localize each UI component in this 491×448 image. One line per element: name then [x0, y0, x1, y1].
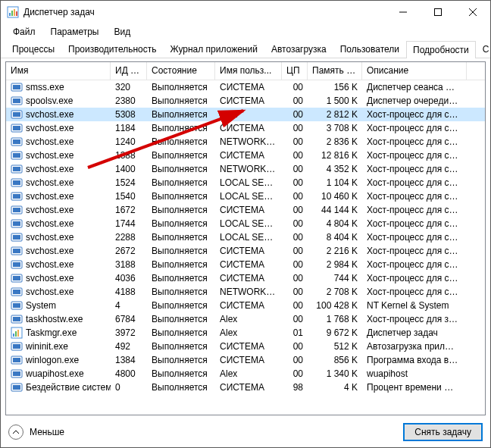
svg-rect-30: [13, 221, 20, 226]
process-icon: [11, 122, 23, 134]
menu-view[interactable]: Вид: [106, 25, 138, 39]
cell-cpu: 00: [282, 191, 308, 202]
cell-cpu: 00: [282, 246, 308, 256]
cell-user: Alex: [215, 368, 282, 379]
fewer-details-button[interactable]: Меньше: [8, 425, 64, 440]
cell-description: Хост-процесс для с…: [362, 259, 467, 270]
table-row[interactable]: wininit.exe492ВыполняетсяСИСТЕМА00512 KА…: [6, 340, 485, 353]
rows-container[interactable]: smss.exe320ВыполняетсяСИСТЕМА00156 KДисп…: [6, 80, 485, 415]
col-state[interactable]: Состояние: [147, 62, 215, 80]
table-row[interactable]: smss.exe320ВыполняетсяСИСТЕМА00156 KДисп…: [6, 80, 485, 94]
tab-processes[interactable]: Процессы: [5, 40, 61, 58]
process-icon: [11, 149, 23, 161]
col-cpu[interactable]: ЦП: [282, 62, 308, 80]
menu-options[interactable]: Параметры: [43, 25, 107, 39]
svg-rect-6: [435, 9, 442, 16]
app-icon: [7, 6, 19, 18]
process-icon: [11, 327, 23, 339]
table-row[interactable]: svchost.exe1184ВыполняетсяСИСТЕМА003 708…: [6, 121, 485, 135]
svg-rect-32: [13, 235, 20, 240]
process-icon: [11, 177, 23, 189]
menu-file[interactable]: Файл: [5, 25, 43, 39]
cell-state: Выполняется: [147, 96, 215, 106]
tab-services[interactable]: С…: [476, 40, 491, 58]
table-row[interactable]: svchost.exe1388ВыполняетсяСИСТЕМА0012 81…: [6, 149, 485, 162]
cell-cpu: 00: [282, 218, 308, 229]
table-row[interactable]: Бездействие системы0ВыполняетсяСИСТЕМА98…: [6, 381, 485, 394]
cell-name: svchost.exe: [6, 231, 111, 243]
table-row[interactable]: System4ВыполняетсяСИСТЕМА00100 428 KNT K…: [6, 299, 485, 312]
cell-user: СИСТЕМА: [215, 246, 282, 256]
cell-pid: 320: [111, 82, 147, 92]
table-row[interactable]: spoolsv.exe2380ВыполняетсяСИСТЕМА001 500…: [6, 94, 485, 108]
end-task-button[interactable]: Снять задачу: [403, 423, 483, 441]
tab-performance[interactable]: Производительность: [61, 40, 163, 58]
cell-memory: 1 768 K: [308, 314, 362, 324]
cell-user: NETWORK…: [215, 287, 282, 297]
cell-state: Выполняется: [147, 177, 215, 188]
table-row[interactable]: svchost.exe3188ВыполняетсяСИСТЕМА002 984…: [6, 258, 485, 271]
cell-state: Выполняется: [147, 341, 215, 352]
cell-cpu: 00: [282, 82, 308, 92]
col-user[interactable]: Имя польз...: [215, 62, 282, 80]
minimize-button[interactable]: [386, 1, 421, 23]
cell-memory: 1 104 K: [308, 177, 362, 188]
table-row[interactable]: svchost.exe4188ВыполняетсяNETWORK…002 70…: [6, 285, 485, 299]
svg-rect-48: [17, 330, 19, 337]
table-row[interactable]: svchost.exe4036ВыполняетсяСИСТЕМА00744 K…: [6, 271, 485, 285]
svg-rect-28: [13, 208, 20, 212]
column-headers: Имя ИД п... Состояние Имя польз... ЦП Па…: [6, 62, 485, 80]
cell-name: svchost.exe: [6, 177, 111, 189]
table-row[interactable]: taskhostw.exe6784ВыполняетсяAlex001 768 …: [6, 312, 485, 326]
process-icon: [11, 258, 23, 271]
table-row[interactable]: svchost.exe1540ВыполняетсяLOCAL SE…0010 …: [6, 190, 485, 203]
svg-rect-4: [16, 11, 17, 16]
cell-user: СИСТЕМА: [215, 300, 282, 311]
cell-cpu: 00: [282, 205, 308, 215]
process-icon: [11, 108, 23, 121]
cell-description: Хост-процесс для с…: [362, 287, 467, 297]
table-row[interactable]: svchost.exe1400ВыполняетсяNETWORK…004 35…: [6, 162, 485, 176]
cell-pid: 1240: [111, 136, 147, 147]
table-row[interactable]: svchost.exe5308ВыполняетсяAlex002 812 KХ…: [6, 108, 485, 121]
cell-description: Хост-процесс для с…: [362, 191, 467, 202]
table-row[interactable]: Taskmgr.exe3972ВыполняетсяAlex019 672 KД…: [6, 326, 485, 340]
table-row[interactable]: wuapihost.exe4800ВыполняетсяAlex001 340 …: [6, 367, 485, 381]
table-row[interactable]: svchost.exe1524ВыполняетсяLOCAL SE…001 1…: [6, 176, 485, 190]
col-memory[interactable]: Память (ч...: [308, 62, 362, 80]
cell-memory: 156 K: [308, 82, 362, 92]
cell-name: svchost.exe: [6, 272, 111, 284]
tab-app-history[interactable]: Журнал приложений: [164, 40, 264, 58]
col-description[interactable]: Описание: [362, 62, 467, 80]
col-name[interactable]: Имя: [6, 62, 111, 80]
tab-details[interactable]: Подробности: [406, 41, 476, 58]
cell-description: Диспетчер задач: [362, 327, 467, 338]
process-list: Имя ИД п... Состояние Имя польз... ЦП Па…: [5, 61, 486, 415]
svg-rect-54: [13, 371, 20, 376]
table-row[interactable]: svchost.exe1672ВыполняетсяСИСТЕМА0044 14…: [6, 203, 485, 217]
tab-startup[interactable]: Автозагрузка: [264, 40, 333, 58]
cell-pid: 4800: [111, 368, 147, 379]
cell-user: NETWORK…: [215, 164, 282, 174]
table-row[interactable]: svchost.exe2288ВыполняетсяLOCAL SE…008 4…: [6, 230, 485, 244]
cell-description: Хост-процесс для с…: [362, 164, 467, 174]
cell-name: svchost.exe: [6, 149, 111, 161]
cell-pid: 6784: [111, 314, 147, 324]
cell-state: Выполняется: [147, 109, 215, 120]
cell-description: NT Kernel & System: [362, 300, 467, 311]
table-row[interactable]: winlogon.exe1384ВыполняетсяСИСТЕМА00856 …: [6, 353, 485, 367]
col-pid[interactable]: ИД п...: [111, 62, 147, 80]
cell-memory: 2 836 K: [308, 136, 362, 147]
tab-users[interactable]: Пользователи: [333, 40, 406, 58]
cell-memory: 2 216 K: [308, 246, 362, 256]
table-row[interactable]: svchost.exe2672ВыполняетсяСИСТЕМА002 216…: [6, 244, 485, 258]
close-button[interactable]: [455, 1, 490, 23]
cell-user: СИСТЕМА: [215, 123, 282, 133]
process-icon: [11, 204, 23, 216]
table-row[interactable]: svchost.exe1240ВыполняетсяNETWORK…002 83…: [6, 135, 485, 149]
cell-state: Выполняется: [147, 368, 215, 379]
maximize-button[interactable]: [421, 1, 455, 23]
cell-name: wuapihost.exe: [6, 368, 111, 380]
cell-state: Выполняется: [147, 259, 215, 270]
table-row[interactable]: svchost.exe1744ВыполняетсяLOCAL SE…004 8…: [6, 217, 485, 230]
